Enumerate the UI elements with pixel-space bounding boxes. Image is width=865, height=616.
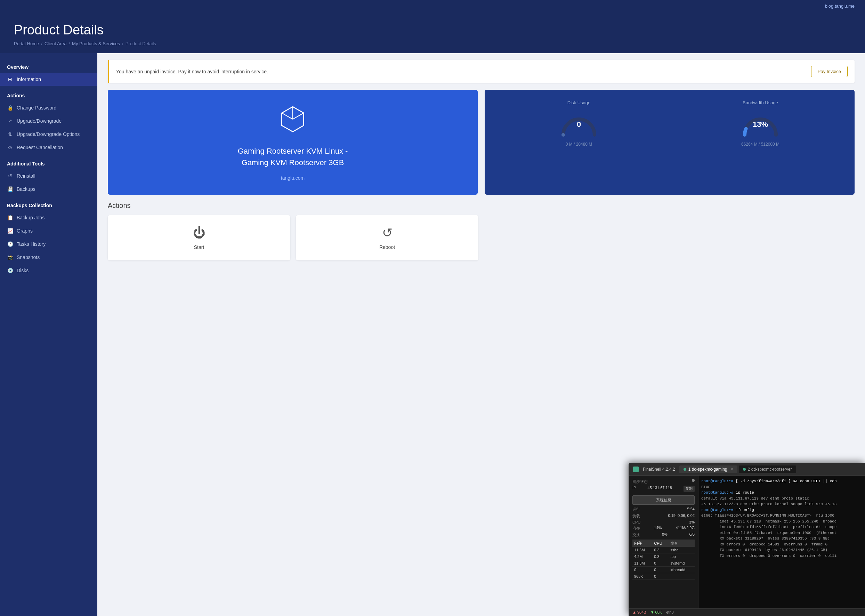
- sys-info-button[interactable]: 系统信息: [632, 495, 695, 505]
- blog-link[interactable]: blog.tanglu.me: [825, 3, 855, 9]
- cpu-row: CPU 3%: [632, 520, 695, 524]
- sidebar-overview-title: Overview: [0, 60, 97, 73]
- cpu-label: CPU: [632, 520, 640, 524]
- terminal-line-9: inet6 fe80::cfd:55ff:fef7:bae4 prefixlen…: [701, 524, 862, 530]
- sidebar-upgrade-options-label: Upgrade/Downgrade Options: [17, 131, 80, 137]
- snapshots-icon: 📸: [7, 254, 13, 260]
- bandwidth-footer: 66264 M / 512000 M: [741, 142, 780, 147]
- process-row-2: 4.2M 0.3 top: [632, 553, 695, 560]
- copy-ip-button[interactable]: 复制: [684, 486, 695, 492]
- action-card-start[interactable]: ⏻ Start: [108, 215, 290, 260]
- sidebar-additional-tools-title: Additional Tools: [0, 157, 97, 169]
- terminal-title-text: FinalShell 4.2.4.2: [643, 467, 675, 472]
- grid-icon: ⊞: [7, 76, 13, 82]
- sidebar-backups-collection-title: Backups Collection: [0, 198, 97, 211]
- tab-dot-1: [684, 468, 686, 471]
- disk-value: 0: [577, 120, 581, 129]
- breadcrumb-my-products[interactable]: My Products & Services: [72, 41, 120, 46]
- sidebar-item-snapshots[interactable]: 📸 Snapshots: [0, 251, 97, 264]
- disk-usage-stat: Disk Usage 0 0 M / 20480 M: [492, 100, 666, 184]
- sidebar-item-upgrade-downgrade[interactable]: ↗ Upgrade/Downgrade: [0, 115, 97, 127]
- terminal-tabs: 1 dd-spexmc-gaming × 2 dd-spexmc-rootser…: [679, 465, 860, 473]
- terminal-line-4: default via 45.131.67.113 dev eth0 proto…: [701, 496, 862, 501]
- terminal-right-panel[interactable]: root@tanglu:~# [ -d /sys/firmware/efi ] …: [698, 476, 865, 608]
- proc-cpu-1: 0.3: [652, 547, 668, 553]
- sync-label: 同步状态: [632, 479, 648, 484]
- lock-icon: 🔒: [7, 105, 13, 111]
- sidebar-item-backups[interactable]: 💾 Backups: [0, 182, 97, 196]
- terminal-tab-1-close[interactable]: ×: [731, 467, 733, 472]
- swap-detail: 0/0: [689, 532, 695, 537]
- proc-mem-1: 11.6M: [632, 547, 652, 553]
- actions-section: Actions ⏻ Start ↺ Reboot: [108, 202, 855, 260]
- table-header-cmd: 命令: [668, 539, 695, 547]
- top-bar: blog.tanglu.me: [0, 0, 865, 12]
- proc-cmd-3: systemd: [668, 560, 695, 567]
- start-icon: ⏻: [193, 226, 206, 240]
- sidebar-item-reinstall[interactable]: ↺ Reinstall: [0, 169, 97, 182]
- product-name: Gaming Rootserver KVM Linux -Gaming KVM …: [238, 145, 348, 168]
- runtime-value: 5:54: [687, 507, 695, 512]
- sidebar-item-upgrade-options[interactable]: ⇅ Upgrade/Downgrade Options: [0, 127, 97, 141]
- runtime-label: 运行: [632, 507, 640, 512]
- terminal-line-12: RX errors 0 dropped 14583 overruns 0 fra…: [701, 542, 862, 547]
- load-label: 负载: [632, 514, 640, 519]
- terminal-line-2: BIOS: [701, 484, 862, 490]
- graphs-icon: 📈: [7, 228, 13, 234]
- proc-cmd-5: [668, 573, 695, 580]
- breadcrumb-client-area[interactable]: Client Area: [44, 41, 67, 46]
- sidebar-graphs-label: Graphs: [17, 228, 33, 234]
- terminal-left-panel: 同步状态 IP 45.131.67.118 复制 系统信息 运行 5:54 负载…: [629, 476, 698, 608]
- sync-status-dot: [692, 479, 695, 482]
- bandwidth-gauge: 13%: [739, 110, 781, 138]
- breadcrumb-portal-home[interactable]: Portal Home: [14, 41, 39, 46]
- terminal-tab-2[interactable]: 2 dd-spexmc-rootserver: [739, 465, 796, 473]
- product-domain: tanglu.com: [281, 175, 305, 181]
- backup-jobs-icon: 📋: [7, 214, 13, 221]
- table-header-cpu: CPU: [652, 539, 668, 547]
- sidebar-item-information[interactable]: ⊞ Information: [0, 73, 97, 86]
- sidebar-item-tasks-history[interactable]: 🕐 Tasks History: [0, 237, 97, 251]
- reboot-label: Reboot: [379, 244, 395, 250]
- sidebar-item-disks[interactable]: 💿 Disks: [0, 264, 97, 277]
- pay-invoice-button[interactable]: Pay Invoice: [811, 66, 848, 77]
- process-row-4: 0 0 kthreadd: [632, 567, 695, 573]
- actions-section-title: Actions: [108, 202, 855, 210]
- sidebar-reinstall-label: Reinstall: [17, 173, 35, 179]
- proc-cmd-2: top: [668, 553, 695, 560]
- bandwidth-usage-stat: Bandwidth Usage 13% 66264 M / 512000 M: [673, 100, 848, 184]
- backup-icon: 💾: [7, 186, 13, 192]
- ip-value: 45.131.67.118: [648, 486, 672, 492]
- cards-row: Gaming Rootserver KVM Linux -Gaming KVM …: [108, 90, 855, 195]
- breadcrumb-current: Product Details: [126, 41, 156, 46]
- terminal-tab-1[interactable]: 1 dd-spexmc-gaming ×: [679, 465, 738, 473]
- terminal-tab-1-label: 1 dd-spexmc-gaming: [688, 467, 727, 472]
- sidebar-item-backup-jobs[interactable]: 📋 Backup Jobs: [0, 211, 97, 224]
- net-download: ▼ 68K: [651, 610, 662, 614]
- sidebar-tasks-history-label: Tasks History: [17, 241, 46, 247]
- actions-grid: ⏻ Start ↺ Reboot: [108, 215, 855, 260]
- mem-detail: 411M/2.9G: [676, 526, 695, 531]
- sidebar-item-change-password[interactable]: 🔒 Change Password: [0, 101, 97, 115]
- net-bar: ▲ 964B ▼ 68K eth0: [629, 608, 865, 616]
- proc-cpu-2: 0.3: [652, 553, 668, 560]
- invoice-alert-text: You have an unpaid invoice. Pay it now t…: [116, 69, 268, 74]
- invoice-alert: You have an unpaid invoice. Pay it now t…: [108, 60, 855, 83]
- terminal-line-1: root@tanglu:~# [ -d /sys/firmware/efi ] …: [701, 478, 862, 484]
- bandwidth-label: Bandwidth Usage: [742, 100, 778, 105]
- sidebar-item-graphs[interactable]: 📈 Graphs: [0, 224, 97, 237]
- upgrade-icon: ↗: [7, 118, 13, 124]
- process-row-1: 11.6M 0.3 sshd: [632, 547, 695, 553]
- tasks-history-icon: 🕐: [7, 241, 13, 247]
- sidebar-disks-label: Disks: [17, 268, 28, 273]
- mem-value: 14%: [654, 526, 662, 531]
- sidebar-item-request-cancellation[interactable]: ⊘ Request Cancellation: [0, 141, 97, 154]
- sidebar-cancellation-label: Request Cancellation: [17, 145, 63, 150]
- action-card-reboot[interactable]: ↺ Reboot: [296, 215, 478, 260]
- swap-row: 交换 0% 0/0: [632, 532, 695, 537]
- proc-mem-2: 4.2M: [632, 553, 652, 560]
- terminal-line-6: root@tanglu:~# ifconfig: [701, 507, 862, 513]
- ip-label: IP: [632, 486, 636, 492]
- process-table: 内存 CPU 命令 11.6M 0.3 sshd 4.2M 0.3 top: [632, 539, 695, 580]
- svg-line-2: [282, 113, 293, 119]
